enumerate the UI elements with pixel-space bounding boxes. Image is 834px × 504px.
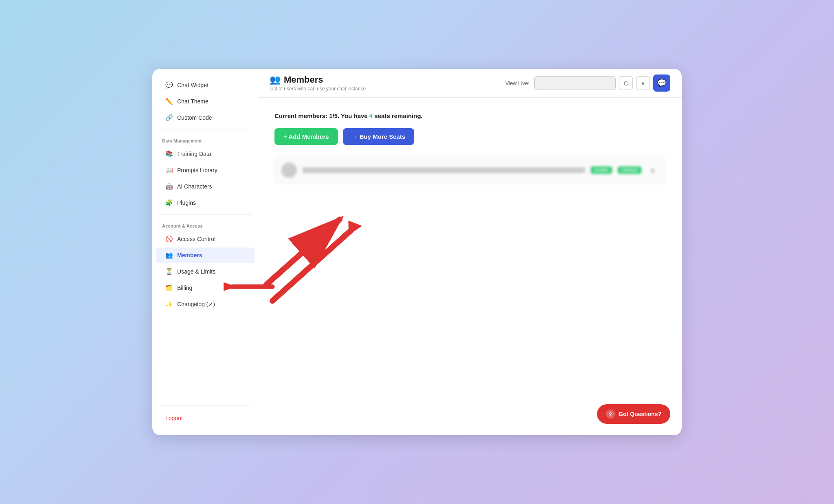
chat-widget-icon: 💬 [165,81,173,89]
member-name [303,167,585,173]
chat-icon: 💬 [657,79,666,88]
sidebar-item-label: Access Control [177,236,215,242]
chevron-down-icon: ∨ [641,80,645,86]
members-icon: 👥 [165,252,173,259]
chat-button[interactable]: 💬 [653,75,670,92]
divider-3 [159,405,251,406]
sidebar-item-plugins[interactable]: 🧩 Plugins [156,195,255,210]
sidebar-item-label: AI Characters [177,183,212,190]
sidebar-item-training-data[interactable]: 📚 Training Data [156,146,255,162]
sidebar-item-billing[interactable]: 🗂️ Billing [156,280,255,296]
members-title-icon: 👥 [270,75,281,85]
main-content: 👥 Members List of users who can use your… [258,69,682,435]
admin-badge: ADMIN [591,167,612,174]
buy-more-seats-button[interactable]: → Buy More Seats [343,128,415,145]
sidebar-item-chat-theme[interactable]: ✏️ Chat Theme [156,94,255,109]
sidebar-item-label: Custom Code [177,114,212,121]
action-buttons: + Add Members → Buy More Seats [274,128,665,145]
got-questions-icon: ? [606,410,615,419]
sidebar-item-ai-characters[interactable]: 🤖 AI Characters [156,179,255,194]
sidebar-item-label: Usage & Limits [177,268,215,275]
sidebar-item-label: Changelog (↗) [177,301,215,307]
members-info: Current members: 1/5. You have 4 seats r… [274,112,665,119]
account-access-label: Account & Access [152,218,258,231]
page-subtitle: List of users who can use your chat inst… [270,86,366,92]
external-link-button[interactable]: ⬡ [619,76,633,90]
sidebar-item-chat-widget[interactable]: 💬 Chat Widget [156,77,255,93]
divider-2 [159,214,251,215]
view-live-label: View Live: [505,80,529,86]
sidebar-item-prompts-library[interactable]: 📖 Prompts Library [156,162,255,178]
sidebar-item-access-control[interactable]: 🚫 Access Control [156,231,255,247]
divider-1 [159,129,251,129]
sidebar-item-custom-code[interactable]: 🔗 Custom Code [156,110,255,125]
billing-icon: 🗂️ [165,284,173,291]
ai-characters-icon: 🤖 [165,183,173,190]
chat-theme-icon: ✏️ [165,98,173,105]
sidebar-item-label: Plugins [177,199,196,206]
page-title: 👥 Members [270,75,366,85]
sidebar-item-label: Members [177,252,202,259]
sidebar-item-label: Training Data [177,151,211,157]
sidebar: 💬 Chat Widget ✏️ Chat Theme 🔗 Custom Cod… [152,69,258,435]
dropdown-button[interactable]: ∨ [636,76,650,90]
logout-button[interactable]: Logout [156,411,255,425]
owner-badge: OWNER [618,167,641,174]
topbar-left: 👥 Members List of users who can use your… [270,75,366,92]
sidebar-item-label: Chat Theme [177,98,208,105]
avatar [281,162,297,178]
topbar-right: View Live: ⬡ ∨ 💬 [505,75,670,92]
sidebar-item-label: Billing [177,285,192,291]
got-questions-button[interactable]: ? Got Questions? [597,404,670,424]
external-link-icon: ⬡ [624,80,628,86]
topbar: 👥 Members List of users who can use your… [258,69,682,98]
sidebar-item-label: Prompts Library [177,167,217,173]
data-management-label: Data Management [152,133,258,146]
training-data-icon: 📚 [165,150,173,158]
sidebar-item-usage-limits[interactable]: ⏳ Usage & Limits [156,264,255,279]
sidebar-item-label: Chat Widget [177,82,208,88]
custom-code-icon: 🔗 [165,114,173,121]
main-card: 💬 Chat Widget ✏️ Chat Theme 🔗 Custom Cod… [152,69,682,435]
usage-limits-icon: ⏳ [165,268,173,275]
prompts-library-icon: 📖 [165,167,173,174]
sidebar-item-changelog[interactable]: ✨ Changelog (↗) [156,296,255,312]
member-row: ADMIN OWNER ∨ [274,156,665,184]
member-expand-button[interactable]: ∨ [647,164,658,176]
view-live-input[interactable] [534,76,616,90]
add-members-button[interactable]: + Add Members [274,128,338,145]
access-control-icon: 🚫 [165,235,173,243]
sidebar-item-members[interactable]: 👥 Members [156,248,255,263]
plugins-icon: 🧩 [165,199,173,206]
content-area: Current members: 1/5. You have 4 seats r… [258,98,682,435]
changelog-icon: ✨ [165,300,173,308]
